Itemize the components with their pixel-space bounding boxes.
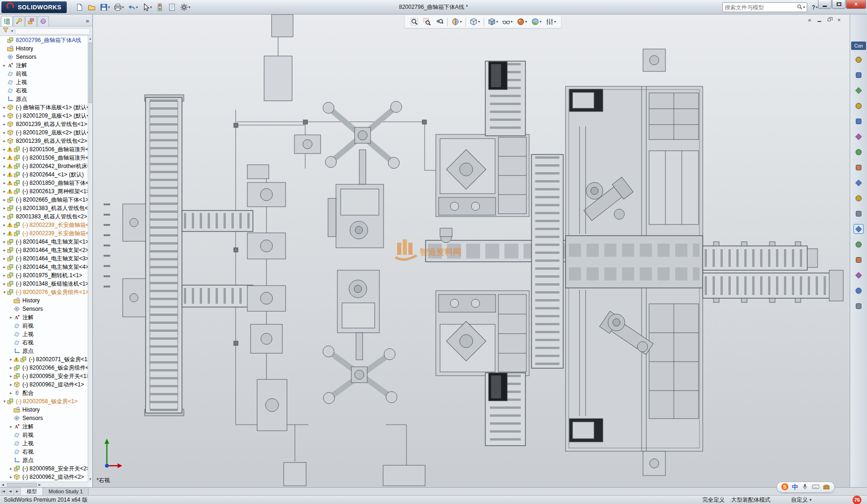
collapsed-arrow-icon[interactable]: ▸: [2, 265, 7, 269]
collapsed-arrow-icon[interactable]: ▸: [2, 147, 7, 152]
tree-item[interactable]: ▸(-) 82001850_曲轴箱下体<1>: [0, 179, 88, 187]
search-icon[interactable]: [797, 4, 803, 11]
options-button[interactable]: ▾: [179, 1, 192, 13]
dropdown-arrow-icon[interactable]: ▾: [150, 5, 152, 9]
task-pane-command-icon[interactable]: [853, 224, 864, 234]
tree-item[interactable]: ▸(-) 82002066_钣金房组件<1>: [0, 364, 88, 372]
scroll-down-icon[interactable]: ▼: [88, 476, 92, 482]
tree-item[interactable]: ▸(-) 82001464_电主轴支架<4>: [0, 263, 88, 271]
tab-model[interactable]: 模型: [21, 488, 43, 495]
tree-item[interactable]: ▸(-) 82001464_电主轴支架<3>: [0, 254, 88, 263]
tree-item[interactable]: ▸(-) 82002644_<1> (默认): [0, 170, 88, 179]
dropdown-arrow-icon[interactable]: ▾: [189, 5, 190, 9]
tree-item[interactable]: 原点: [0, 95, 88, 103]
dropdown-arrow-icon[interactable]: ▾: [478, 20, 480, 24]
minimize-window-button[interactable]: [818, 0, 832, 9]
graphics-area[interactable]: 智造资料网 ▾▾▾▾▾▾▾ « × *右视: [93, 14, 850, 487]
collapsed-arrow-icon[interactable]: ▸: [8, 374, 14, 378]
task-pane-command-icon[interactable]: [853, 209, 864, 218]
collapsed-arrow-icon[interactable]: ▸: [2, 122, 7, 126]
collapsed-arrow-icon[interactable]: ▸: [2, 248, 7, 252]
task-pane-command-icon[interactable]: [853, 147, 864, 157]
tree-item[interactable]: Sensors: [0, 53, 88, 61]
propertymanager-tab[interactable]: [13, 16, 25, 26]
collapsed-arrow-icon[interactable]: ▸: [8, 357, 14, 362]
tree-item[interactable]: ▸(-) 82002071_钣金房<1>: [0, 355, 88, 364]
tree-item[interactable]: ▸(-) 82000962_提动件<2>: [0, 473, 88, 481]
tree-item[interactable]: ▸(-) 82002665_曲轴箱下体<1>: [0, 196, 88, 204]
collapsed-arrow-icon[interactable]: ▸: [2, 172, 7, 177]
collapsed-arrow-icon[interactable]: ▸: [2, 281, 7, 286]
dropdown-arrow-icon[interactable]: ▾: [136, 5, 138, 9]
collapsed-arrow-icon[interactable]: ▸: [8, 424, 14, 429]
select-button[interactable]: ▾: [140, 1, 154, 13]
collapsed-arrow-icon[interactable]: ▸: [2, 273, 7, 278]
collapsed-arrow-icon[interactable]: ▸: [8, 382, 14, 387]
filter-funnel-icon[interactable]: [2, 27, 9, 35]
tree-item[interactable]: ▸(-) 82002239_长安曲轴箱<1>: [0, 221, 88, 229]
collapsed-arrow-icon[interactable]: ▸: [2, 164, 7, 168]
configurationmanager-tab[interactable]: [25, 16, 37, 26]
tree-item[interactable]: ▸(-) 曲轴箱下体底板<1> (默认<<默认>_显示状态 1>): [0, 103, 88, 112]
task-pane-command-icon[interactable]: [853, 116, 864, 126]
collapsed-arrow-icon[interactable]: ▸: [2, 181, 7, 185]
task-pane-command-icon[interactable]: [853, 132, 864, 141]
tree-item[interactable]: ▸(-) 82001464_电主轴支架<1>: [0, 238, 88, 246]
tab-scroll-right-icon[interactable]: ▶: [14, 488, 21, 495]
task-pane-command-icon[interactable]: [853, 85, 864, 95]
tree-item[interactable]: ▸(-) 82002642_Brother机床<1>: [0, 162, 88, 170]
filter-input[interactable]: [15, 28, 90, 35]
collapsed-arrow-icon[interactable]: ▸: [8, 391, 14, 395]
collapsed-arrow-icon[interactable]: ▸: [2, 130, 7, 135]
tree-item[interactable]: History: [0, 296, 88, 305]
tree-item[interactable]: ▸(-) 82001209_底板<2> (默认<<默认>_显示状态 1>): [0, 128, 88, 137]
dropdown-arrow-icon[interactable]: ▾: [540, 20, 542, 24]
task-pane-command-icon[interactable]: [853, 70, 864, 80]
task-pane-command-icon[interactable]: [853, 178, 864, 188]
collapsed-arrow-icon[interactable]: ▸: [2, 223, 7, 227]
task-pane-command-icon[interactable]: [853, 239, 864, 249]
collapsed-arrow-icon[interactable]: ▸: [2, 197, 7, 202]
task-pane-command-icon[interactable]: [853, 162, 864, 172]
tree-item[interactable]: 前视: [0, 70, 88, 78]
tree-item[interactable]: Sensors: [0, 414, 88, 422]
collapsed-arrow-icon[interactable]: ▸: [8, 466, 14, 471]
previous-view-button[interactable]: [434, 16, 445, 28]
collapsed-arrow-icon[interactable]: ▸: [2, 214, 7, 219]
hide-show-items-button[interactable]: ▾: [501, 16, 514, 28]
featuremanager-tab[interactable]: [1, 16, 13, 26]
tree-item[interactable]: 82002796_曲轴箱下体A线: [0, 36, 88, 44]
expanded-arrow-icon[interactable]: ▾: [2, 290, 7, 294]
close-document-button[interactable]: ×: [835, 16, 843, 24]
tree-item[interactable]: 原点: [0, 347, 88, 355]
tree-item[interactable]: ▸(-) 82000958_安全开关<2>: [0, 464, 88, 473]
dropdown-arrow-icon[interactable]: ▾: [108, 5, 110, 9]
zoom-area-button[interactable]: [421, 16, 432, 28]
collapsed-arrow-icon[interactable]: ▸: [2, 139, 7, 143]
print-button[interactable]: ▾: [112, 1, 126, 13]
tree-item[interactable]: ▸(-) 82001464_电主轴支架<2>: [0, 246, 88, 254]
tree-item[interactable]: ▸A注解: [0, 61, 88, 70]
view-settings-button[interactable]: ▾: [545, 16, 558, 28]
collapsed-arrow-icon[interactable]: ▸: [2, 105, 7, 110]
display-style-button[interactable]: ▾: [486, 16, 499, 28]
open-button[interactable]: [86, 1, 98, 13]
tree-item[interactable]: 上视: [0, 78, 88, 86]
maximize-window-button[interactable]: [832, 0, 846, 9]
dropdown-arrow-icon[interactable]: ▾: [122, 5, 124, 9]
ime-toolbox-icon[interactable]: [823, 483, 830, 492]
collapsed-arrow-icon[interactable]: ▸: [2, 189, 7, 194]
dropdown-arrow-icon[interactable]: ▾: [460, 20, 461, 24]
tree-item[interactable]: Sensors: [0, 305, 88, 313]
dropdown-arrow-icon[interactable]: ▾: [496, 20, 498, 24]
tree-item[interactable]: ▸(-) 82001975_翻转机.1<1>: [0, 271, 88, 280]
dropdown-arrow-icon[interactable]: ▾: [554, 20, 556, 24]
tab-scroll-first-icon[interactable]: |◀: [0, 488, 7, 495]
section-view-button[interactable]: ▾: [450, 16, 463, 28]
tree-item[interactable]: ▸A注解: [0, 422, 88, 431]
tree-item[interactable]: ▸(-) 82000962_提动件<1>: [0, 380, 88, 389]
collapsed-arrow-icon[interactable]: ▸: [2, 239, 7, 244]
minimize-document-button[interactable]: [815, 16, 824, 24]
scroll-up-icon[interactable]: ▲: [88, 36, 92, 41]
collapsed-arrow-icon[interactable]: ▸: [8, 475, 14, 479]
